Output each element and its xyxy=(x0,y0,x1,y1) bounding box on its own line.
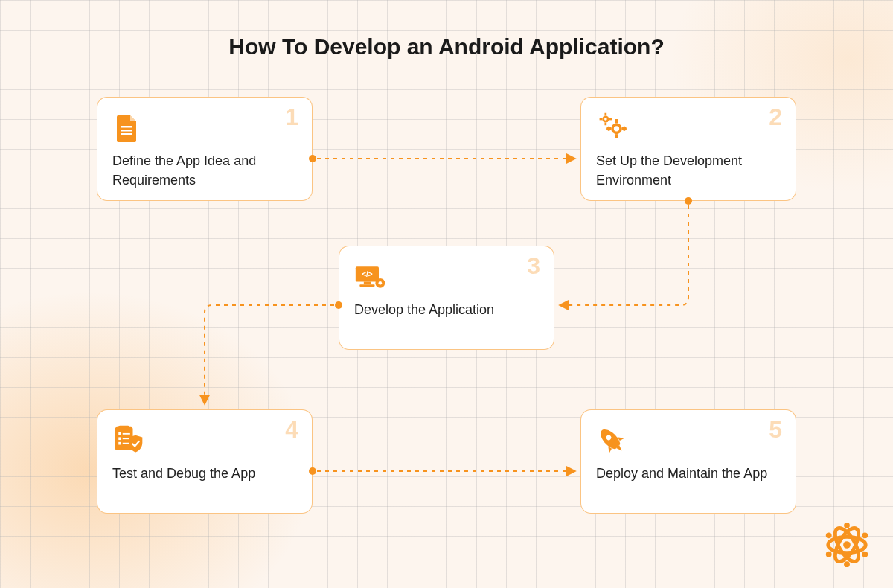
diagram-title: How To Develop an Android Application? xyxy=(0,34,893,60)
svg-text:</>: </> xyxy=(362,270,373,278)
svg-point-22 xyxy=(379,281,383,285)
svg-point-41 xyxy=(844,561,850,567)
rocket-icon xyxy=(596,424,629,456)
step-label: Develop the Application xyxy=(354,300,539,319)
svg-rect-14 xyxy=(604,123,606,126)
svg-point-42 xyxy=(826,532,832,538)
svg-rect-2 xyxy=(121,133,132,135)
step-card-4: 4 Test and Debug the App xyxy=(97,409,313,514)
step-number: 5 xyxy=(769,416,782,444)
step-card-1: 1 Define the App Idea and Requirements xyxy=(97,97,313,201)
svg-rect-16 xyxy=(609,118,612,121)
step-label: Deploy and Maintain the App xyxy=(596,464,781,483)
document-icon xyxy=(112,111,145,144)
svg-rect-29 xyxy=(118,442,121,445)
svg-rect-18 xyxy=(364,282,371,285)
svg-rect-10 xyxy=(606,127,611,131)
step-card-2: 2 Set Up the Development E xyxy=(580,97,796,201)
gears-icon xyxy=(596,111,629,144)
brand-logo-icon xyxy=(822,520,872,570)
svg-point-43 xyxy=(862,532,868,538)
step-card-5: 5 Deploy and Maintain the App xyxy=(580,409,796,514)
step-label: Define the App Idea and Requirements xyxy=(112,151,297,190)
svg-rect-4 xyxy=(615,134,618,138)
svg-rect-19 xyxy=(359,284,374,287)
step-label: Test and Debug the App xyxy=(112,464,297,483)
svg-rect-27 xyxy=(118,437,121,440)
svg-rect-1 xyxy=(121,130,132,132)
step-number: 4 xyxy=(285,416,298,444)
svg-rect-26 xyxy=(123,433,130,435)
svg-rect-9 xyxy=(622,127,627,131)
test-shield-icon xyxy=(112,424,145,456)
dev-screen-icon: </> xyxy=(354,260,387,293)
step-card-3: 3 </> Develop the Application xyxy=(339,246,554,350)
svg-rect-13 xyxy=(604,113,606,116)
step-number: 2 xyxy=(769,103,782,131)
svg-rect-0 xyxy=(121,126,132,128)
svg-point-44 xyxy=(826,552,832,557)
svg-point-12 xyxy=(604,118,607,121)
svg-rect-3 xyxy=(615,119,618,124)
step-number: 3 xyxy=(527,252,540,280)
svg-point-40 xyxy=(844,523,850,528)
svg-point-36 xyxy=(843,541,851,549)
svg-rect-25 xyxy=(118,432,121,435)
svg-rect-15 xyxy=(600,118,603,121)
svg-rect-24 xyxy=(118,426,129,429)
step-number: 1 xyxy=(285,103,298,131)
svg-point-45 xyxy=(862,552,868,557)
step-label: Set Up the Development Environment xyxy=(596,151,781,190)
